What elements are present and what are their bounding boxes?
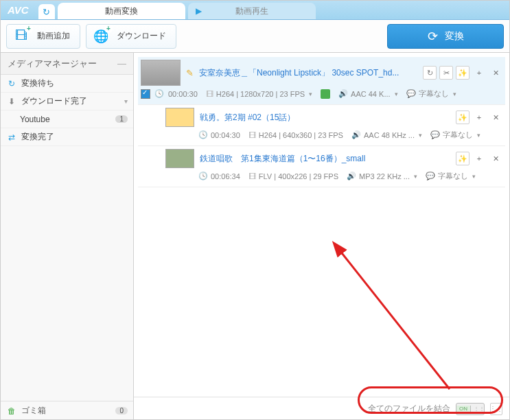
bottom-bar: 全てのファイルを結合 ON ⋮⋮ ⋮⋮	[134, 397, 509, 420]
film-small-icon: 🎞	[248, 131, 256, 139]
item-audio: AAC 48 KHz ...	[364, 131, 415, 139]
sidebar-item-trash[interactable]: 🗑 ゴミ箱 0	[1, 401, 133, 420]
download-done-icon: ⬇	[6, 96, 17, 107]
svg-line-0	[340, 250, 450, 389]
wand-button[interactable]: ✨	[456, 110, 470, 124]
sidebar-item-download-done[interactable]: ⬇ ダウンロード完了 ▾	[1, 93, 133, 110]
film-icon: 🎞+	[11, 26, 32, 47]
youtube-label: Youtube	[20, 115, 50, 124]
trash-count-badge: 0	[115, 407, 128, 415]
tab-convert[interactable]: 動画変換	[58, 3, 185, 19]
tab-play[interactable]: ▶ 動画再生	[188, 3, 316, 19]
remove-item-button[interactable]: ✕	[489, 152, 502, 165]
remove-item-button[interactable]: ✕	[489, 110, 502, 124]
add-video-button[interactable]: 🎞+ 動画追加	[6, 24, 80, 49]
subtitle-button[interactable]: 💬字幕なし▾	[430, 130, 480, 140]
item-duration: 00:06:34	[211, 172, 240, 180]
edit-icon[interactable]: ✎	[186, 68, 194, 78]
thumbnail	[165, 149, 194, 168]
convert-button[interactable]: ⟳ 変換	[387, 24, 504, 49]
sidebar-item-waiting[interactable]: ↻ 変換待ち	[1, 75, 133, 93]
sidebar-header-label: メディアマネージャー	[8, 58, 97, 70]
chevron-down-icon[interactable]: ▾	[309, 91, 312, 97]
tab-convert-label: 動画変換	[105, 5, 138, 17]
reorder-button[interactable]: ⋮⋮	[490, 403, 502, 415]
add-video-label: 動画追加	[37, 30, 70, 42]
chevron-down-icon[interactable]: ▾	[395, 91, 398, 97]
sidebar: メディアマネージャー — ↻ 変換待ち ⬇ ダウンロード完了 ▾ Youtube…	[1, 53, 134, 420]
chevron-down-icon[interactable]: ▾	[414, 173, 417, 180]
download-button[interactable]: 🌐+ ダウンロード	[86, 24, 176, 49]
item-duration: 00:00:30	[168, 90, 198, 98]
item-list: ✎ 安室奈美恵＿「Neonlight Lipstick」 30sec SPOT_…	[134, 53, 509, 191]
refresh-small-icon: ↻	[6, 78, 17, 89]
add-item-button[interactable]: +	[472, 152, 486, 165]
youtube-count-badge: 1	[115, 115, 128, 123]
item-video: H264 | 640x360 | 23 FPS	[259, 131, 343, 139]
item-video: H264 | 1280x720 | 23 FPS	[216, 90, 305, 98]
checkbox[interactable]	[141, 89, 150, 99]
audio-icon: 🔊	[351, 130, 361, 139]
download-done-label: ダウンロード完了	[21, 95, 87, 107]
item-title[interactable]: 戦勇。第2期 #02（15話）	[200, 112, 295, 124]
convert-done-label: 変換完了	[21, 131, 54, 143]
collapse-icon[interactable]: —	[117, 58, 126, 69]
add-item-button[interactable]: +	[472, 66, 486, 80]
trash-label: ゴミ箱	[21, 405, 46, 417]
refresh-item-button[interactable]: ↻	[423, 66, 437, 80]
audio-icon: 🔊	[347, 172, 356, 180]
item-duration: 00:04:30	[211, 131, 240, 139]
sidebar-item-youtube[interactable]: Youtube 1	[1, 110, 133, 128]
status-square-icon	[321, 89, 330, 99]
item-title[interactable]: 安室奈美恵＿「Neonlight Lipstick」 30sec SPOT_hd…	[199, 67, 399, 79]
item-sub: 字幕なし	[438, 171, 468, 181]
convert-done-icon: ⇄	[6, 132, 17, 143]
item-video: FLV | 400x226 | 29 FPS	[259, 172, 338, 180]
thumbnail	[141, 60, 181, 86]
download-label: ダウンロード	[117, 30, 166, 42]
remove-item-button[interactable]: ✕	[489, 66, 502, 80]
toolbar: 🎞+ 動画追加 🌐+ ダウンロード ⟳ 変換	[1, 20, 509, 53]
play-icon: ▶	[194, 5, 205, 16]
item-audio: AAC 44 K...	[351, 90, 390, 98]
chevron-down-icon[interactable]: ▾	[419, 132, 422, 139]
clock-icon: 🕓	[154, 89, 164, 98]
waiting-label: 変換待ち	[21, 78, 54, 89]
wand-button[interactable]: ✨	[456, 66, 470, 80]
item-audio: MP3 22 KHz ...	[359, 172, 410, 180]
sidebar-item-convert-done[interactable]: ⇄ 変換完了	[1, 128, 133, 146]
app-logo: AVC	[1, 4, 36, 16]
cut-button[interactable]: ✂	[439, 66, 453, 80]
merge-label: 全てのファイルを結合	[368, 403, 450, 415]
list-item[interactable]: 鉄道唱歌 第1集東海道篇（1〜16番）_small ✨ + ✕ 🕓00:06:3…	[138, 146, 505, 187]
item-title[interactable]: 鉄道唱歌 第1集東海道篇（1〜16番）_small	[200, 153, 365, 165]
globe-icon: 🌐+	[91, 26, 111, 47]
list-item[interactable]: 戦勇。第2期 #02（15話） ✨ + ✕ 🕓00:04:30 🎞H264 | …	[138, 105, 505, 146]
clock-icon: 🕓	[198, 172, 208, 180]
main-area: メディアマネージャー — ↻ 変換待ち ⬇ ダウンロード完了 ▾ Youtube…	[1, 53, 509, 420]
film-small-icon: 🎞	[248, 172, 256, 180]
sync-icon: ⟳	[428, 29, 438, 44]
tab-play-label: 動画再生	[235, 5, 268, 17]
film-small-icon: 🎞	[206, 90, 213, 98]
chat-icon: 💬	[426, 172, 435, 180]
subtitle-button[interactable]: 💬字幕なし▾	[406, 89, 456, 99]
content-area: ✎ 安室奈美恵＿「Neonlight Lipstick」 30sec SPOT_…	[134, 53, 509, 420]
wand-button[interactable]: ✨	[456, 152, 470, 165]
merge-toggle[interactable]: ON ⋮⋮	[456, 403, 485, 415]
add-item-button[interactable]: +	[472, 110, 486, 124]
subtitle-button[interactable]: 💬字幕なし▾	[426, 171, 476, 181]
refresh-icon[interactable]: ↻	[38, 4, 55, 19]
list-item[interactable]: ✎ 安室奈美恵＿「Neonlight Lipstick」 30sec SPOT_…	[138, 57, 505, 105]
audio-icon: 🔊	[338, 89, 348, 98]
chevron-down-icon: ▾	[124, 97, 128, 105]
toggle-on-label: ON	[456, 406, 471, 412]
toggle-knob: ⋮⋮	[471, 406, 485, 412]
main-tabbar: AVC ↻ 動画変換 ▶ 動画再生	[1, 1, 509, 20]
chat-icon: 💬	[430, 130, 440, 139]
convert-label: 変換	[445, 30, 464, 43]
trash-icon: 🗑	[6, 406, 17, 417]
thumbnail	[165, 108, 194, 127]
chat-icon: 💬	[406, 89, 416, 98]
sidebar-header: メディアマネージャー —	[1, 53, 133, 75]
